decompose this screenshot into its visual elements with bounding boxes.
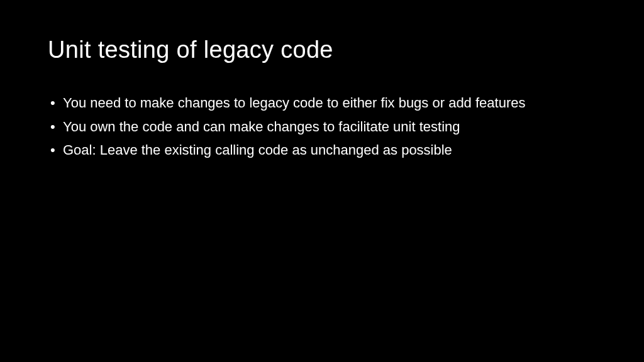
slide-title: Unit testing of legacy code: [48, 36, 596, 63]
bullet-item: You own the code and can make changes to…: [48, 118, 596, 136]
bullet-item: Goal: Leave the existing calling code as…: [48, 141, 596, 160]
bullet-item: You need to make changes to legacy code …: [48, 94, 596, 112]
slide: Unit testing of legacy code You need to …: [0, 0, 644, 362]
bullet-list: You need to make changes to legacy code …: [48, 94, 596, 160]
